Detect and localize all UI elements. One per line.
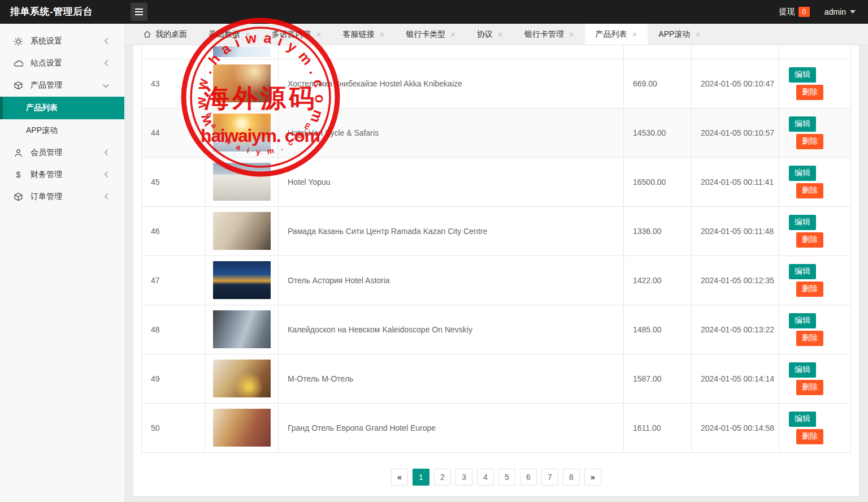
edit-button[interactable]: 编辑 bbox=[789, 412, 816, 427]
product-thumbnail bbox=[213, 64, 271, 102]
withdraw-count-badge: 0 bbox=[798, 7, 810, 17]
tab-label: 基础数据 bbox=[209, 29, 240, 40]
product-price-cell: 669.00 bbox=[624, 59, 692, 108]
hamburger-icon bbox=[135, 8, 143, 10]
pagination-page-button[interactable]: 6 bbox=[520, 469, 537, 486]
product-id-cell: 49 bbox=[142, 354, 205, 403]
product-name-cell: Отель Астория Hotel Astoria bbox=[279, 256, 624, 305]
table-row: 43 Хостел Акка Книбекайзе Hostel Akka Kn… bbox=[142, 59, 851, 108]
close-icon[interactable]: × bbox=[695, 29, 700, 39]
pagination-page-button[interactable]: 3 bbox=[455, 469, 472, 486]
pagination-prev-button[interactable]: « bbox=[391, 469, 408, 486]
edit-button[interactable]: 编辑 bbox=[789, 166, 816, 181]
pagination-next-button[interactable]: » bbox=[584, 469, 601, 486]
product-thumbnail bbox=[213, 163, 271, 201]
tab-bar: 我的桌面 基础数据 × 多语言内容 × 客服链接 × 银行卡类型 × 协议 × … bbox=[124, 24, 868, 45]
app-title: 排单系统-管理后台 bbox=[10, 0, 93, 24]
edit-button[interactable]: 编辑 bbox=[789, 313, 816, 328]
sidebar-item-member-management[interactable]: 会员管理 bbox=[0, 142, 124, 163]
tab-product-list[interactable]: 产品列表 × bbox=[585, 24, 648, 45]
product-name-cell: Гранд Отель Европа Grand Hotel Europe bbox=[279, 403, 624, 452]
pagination-page-button[interactable]: 2 bbox=[434, 469, 451, 486]
chevron-left-icon bbox=[103, 193, 110, 202]
sidebar-toggle-button[interactable] bbox=[131, 3, 147, 21]
product-price-cell: 1611.00 bbox=[624, 403, 692, 452]
product-price-cell: 14530.00 bbox=[624, 108, 692, 157]
tab-agreement[interactable]: 协议 × bbox=[466, 24, 514, 45]
tab-customer-service-link[interactable]: 客服链接 × bbox=[332, 24, 396, 45]
close-icon[interactable]: × bbox=[380, 29, 385, 39]
pagination-page-button[interactable]: 8 bbox=[563, 469, 580, 486]
tab-multilanguage-content[interactable]: 多语言内容 × bbox=[261, 24, 332, 45]
dollar-icon: $ bbox=[14, 170, 23, 180]
delete-button[interactable]: 删除 bbox=[796, 232, 823, 248]
home-icon bbox=[143, 30, 151, 38]
delete-button[interactable]: 删除 bbox=[796, 331, 823, 346]
product-thumbnail bbox=[213, 310, 271, 348]
sidebar-item-app-scroll[interactable]: APP滚动 bbox=[0, 119, 124, 142]
edit-button[interactable]: 编辑 bbox=[789, 362, 816, 378]
table-row-partial bbox=[142, 45, 851, 59]
product-price-cell: 1587.00 bbox=[624, 354, 692, 403]
tab-my-desktop[interactable]: 我的桌面 bbox=[132, 24, 198, 45]
tab-app-scroll[interactable]: APP滚动 × bbox=[648, 24, 711, 45]
edit-button[interactable]: 编辑 bbox=[789, 116, 816, 132]
close-icon[interactable]: × bbox=[569, 29, 574, 39]
close-icon[interactable]: × bbox=[498, 29, 503, 39]
close-icon[interactable]: × bbox=[632, 29, 637, 39]
product-price-cell: 1485.00 bbox=[624, 305, 692, 354]
tab-bank-card-management[interactable]: 银行卡管理 × bbox=[514, 24, 585, 45]
sidebar-item-system-settings[interactable]: 系统设置 bbox=[0, 31, 124, 52]
sidebar-item-product-list[interactable]: 产品列表 bbox=[0, 97, 124, 119]
product-id-cell: 43 bbox=[142, 59, 205, 108]
sidebar-item-order-management[interactable]: 订单管理 bbox=[0, 186, 124, 207]
sidebar-subitem-label: APP滚动 bbox=[26, 126, 58, 136]
delete-button[interactable]: 删除 bbox=[796, 429, 823, 444]
product-created-cell: 2024-01-05 00:10:47 bbox=[692, 59, 779, 108]
sidebar-item-site-settings[interactable]: 站点设置 bbox=[0, 53, 124, 74]
close-icon[interactable]: × bbox=[450, 29, 455, 39]
chevron-left-icon bbox=[103, 59, 110, 68]
delete-button[interactable]: 删除 bbox=[796, 134, 823, 149]
sidebar-subitem-label: 产品列表 bbox=[26, 103, 58, 113]
withdraw-label: 提现 bbox=[779, 7, 795, 17]
delete-button[interactable]: 删除 bbox=[796, 183, 823, 198]
pagination-page-button[interactable]: 5 bbox=[498, 469, 515, 486]
product-created-cell: 2024-01-05 00:14:14 bbox=[692, 354, 779, 403]
product-table: 43 Хостел Акка Книбекайзе Hostel Akka Kn… bbox=[141, 45, 851, 453]
close-icon[interactable]: × bbox=[245, 29, 250, 39]
delete-button[interactable]: 删除 bbox=[796, 282, 823, 297]
chevron-down-icon bbox=[850, 10, 856, 14]
product-list-card: 43 Хостел Акка Книбекайзе Hostel Akka Kn… bbox=[133, 45, 859, 496]
tab-bank-card-type[interactable]: 银行卡类型 × bbox=[395, 24, 466, 45]
user-menu[interactable]: admin bbox=[824, 7, 856, 16]
sidebar-item-label: 订单管理 bbox=[31, 192, 62, 202]
edit-button[interactable]: 编辑 bbox=[789, 67, 816, 83]
pagination-page-button[interactable]: 1 bbox=[413, 469, 429, 486]
pagination-page-button[interactable]: 4 bbox=[477, 469, 494, 486]
main-content: 43 Хостел Акка Книбекайзе Hostel Akka Kn… bbox=[124, 45, 868, 502]
close-icon[interactable]: × bbox=[316, 29, 322, 39]
product-id-cell: 50 bbox=[142, 403, 205, 452]
pagination-page-button[interactable]: 7 bbox=[541, 469, 558, 486]
edit-button[interactable]: 编辑 bbox=[789, 215, 816, 230]
chevron-left-icon bbox=[103, 37, 110, 46]
sidebar-item-product-management[interactable]: 产品管理 bbox=[0, 75, 124, 96]
product-price-cell: 1422.00 bbox=[624, 256, 692, 305]
sidebar-item-finance-management[interactable]: $ 财务管理 bbox=[0, 164, 124, 185]
edit-button[interactable]: 编辑 bbox=[789, 264, 816, 279]
delete-button[interactable]: 删除 bbox=[796, 85, 823, 100]
product-id-cell: 45 bbox=[142, 157, 205, 206]
withdraw-link[interactable]: 提现 0 bbox=[779, 7, 810, 17]
delete-button[interactable]: 删除 bbox=[796, 380, 823, 395]
cube-icon bbox=[14, 81, 23, 90]
tab-basic-data[interactable]: 基础数据 × bbox=[198, 24, 261, 45]
tab-label: 银行卡类型 bbox=[406, 29, 445, 40]
tab-label: 协议 bbox=[477, 29, 493, 40]
product-thumbnail bbox=[213, 114, 271, 152]
sidebar-item-label: 站点设置 bbox=[31, 58, 62, 68]
product-created-cell: 2024-01-05 00:12:35 bbox=[692, 256, 779, 305]
product-name-cell: Hotel Yopuu bbox=[279, 157, 624, 206]
table-row: 46 Рамада Казань Сити Центр Ramada Kazan… bbox=[142, 206, 851, 256]
product-id-cell: 48 bbox=[142, 305, 205, 354]
